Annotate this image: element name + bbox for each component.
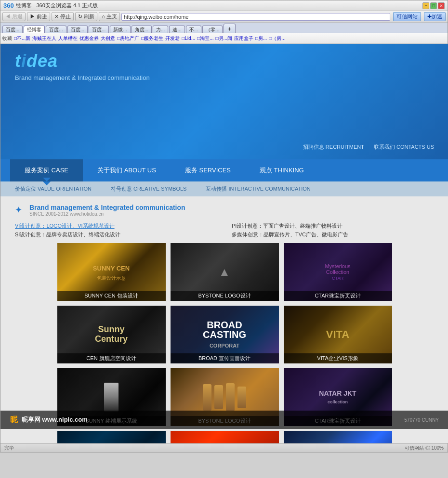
si-service-text: SI设计创意：品牌专卖店设计、终端活化设计: [15, 231, 217, 238]
maximize-button[interactable]: □: [430, 2, 437, 9]
gallery-img-9: NATAR JKTcollection: [319, 389, 356, 405]
tab-item[interactable]: 力...: [153, 26, 168, 33]
page-content: tidea Brand management & Integrated comm…: [0, 44, 448, 443]
logo-text: i: [21, 51, 26, 71]
address-text: http://qing.weibo.com/home: [124, 14, 189, 20]
status-right: 可信网站 ◎ 100%: [405, 445, 444, 452]
status-bar: 完毕 可信网站 ◎ 100%: [0, 443, 448, 452]
gallery-text-1b: 包装设计示意: [97, 275, 126, 282]
bookmark-item[interactable]: □（房...: [269, 35, 285, 42]
gallery-bottle-2: [214, 385, 223, 409]
media-service-text: 多媒体创意：品牌宣传片、TVC广告、微电影广告: [232, 231, 434, 238]
pi-service-text: PI设计创意：平面广告设计、终端推广物料设计: [232, 222, 434, 230]
bookmark-item[interactable]: □房地产广: [117, 35, 139, 42]
recruitment-link[interactable]: 招聘信息 RECRUITMENT: [303, 143, 364, 151]
stop-button[interactable]: ✕ 停止: [52, 12, 74, 21]
tab-item[interactable]: 不...: [186, 26, 201, 33]
gallery-item-2[interactable]: ▲ BYSTONE LOGO设计: [171, 243, 279, 301]
content-since: SINCE 2001-2012 www.hotidea.cn: [29, 211, 185, 217]
content-header: ✦ Brand management & Integrated communic…: [15, 204, 434, 217]
vi-service-link[interactable]: VI设计创意：LOGO设计、VI系统规范设计: [15, 222, 217, 230]
bookmark-item[interactable]: □房...: [255, 35, 267, 42]
nav-indicator: [43, 181, 51, 185]
gallery-item-5[interactable]: BROADCASTINGCORPORAT BROAD 宣传画册设计: [171, 306, 279, 363]
forward-button[interactable]: ▶ 前进: [27, 12, 50, 21]
main-navigation: 服务案例 CASE 关于我们 ABOUT US 服务 SERVICES 观点 T…: [0, 159, 448, 181]
gallery-label-3: CTAR珠宝折页设计: [284, 291, 392, 301]
bookmarks-label: 收藏: [2, 35, 12, 42]
minimize-button[interactable]: －: [422, 2, 429, 9]
nav-about[interactable]: 关于我们 ABOUT US: [83, 159, 171, 181]
sub-nav-value[interactable]: 价值定位 VALUE ORIENTATION: [15, 185, 92, 193]
gallery-item-4[interactable]: Sunny Century CEN 旗舰店空间设计: [57, 306, 166, 363]
gallery-item-1[interactable]: SUNNY CEN 包装设计示意 SUNNY CEN 包装设计: [57, 243, 166, 301]
gallery-item-6[interactable]: VITA VITA企业VIS形象: [284, 306, 392, 363]
tab-item[interactable]: 速...: [169, 26, 184, 33]
window-title: 经博客 - 360安全浏览器 4.1 正式版: [16, 2, 98, 9]
tab-active[interactable]: 经博客: [24, 26, 45, 33]
bookmark-item[interactable]: □不...新: [14, 35, 30, 42]
browser-toolbar: ◀ 后退 ▶ 前进 ✕ 停止 ↻ 刷新 ⌂ 主页 http://qing.wei…: [0, 11, 448, 23]
header-nav: 招聘信息 RECRUITMENT 联系我们 CONTACTS US: [303, 143, 434, 151]
site-header: tidea Brand management & Integrated comm…: [0, 44, 448, 159]
tab-item[interactable]: 角度...: [132, 26, 152, 33]
nav-case[interactable]: 服务案例 CASE: [10, 159, 83, 181]
watermark: 昵 昵享网 www.nipic.com 570770 CUNNY: [0, 411, 448, 429]
site-logo: tidea: [15, 51, 434, 71]
tab-item[interactable]: 新微...: [110, 26, 130, 33]
watermark-logo: 昵 昵享网 www.nipic.com: [10, 415, 88, 425]
back-button[interactable]: ◀ 后退: [2, 12, 26, 21]
bookmark-item[interactable]: □另...闻: [216, 35, 232, 42]
tab-item[interactable]: （零...: [202, 26, 223, 33]
contact-link[interactable]: 联系我们 CONTACTS US: [374, 143, 434, 151]
browser-icon: 360: [3, 2, 14, 9]
logo-text: t: [15, 51, 21, 71]
bookmark-item[interactable]: 应用盒子: [234, 35, 253, 42]
bookmark-item[interactable]: 海贼王在人: [32, 35, 56, 42]
bookmark-item[interactable]: □Lid...: [182, 36, 195, 41]
gallery-item-3[interactable]: MysteriousCollectionCTAR CTAR珠宝折页设计: [284, 243, 392, 301]
gallery-img-4: Sunny Century: [95, 325, 128, 344]
sub-nav-creative[interactable]: 符号创意 CREATIVE SYMBOLS: [111, 185, 187, 193]
sub-navigation: 价值定位 VALUE ORIENTATION 符号创意 CREATIVE SYM…: [0, 181, 448, 196]
close-button[interactable]: ✕: [438, 2, 445, 9]
gallery-img-5: BROADCASTINGCORPORAT: [203, 320, 246, 349]
bookmark-item[interactable]: 人单槽在: [58, 35, 78, 42]
gallery-img-6: VITA: [326, 328, 349, 341]
bookmark-item[interactable]: 优惠金券: [79, 35, 99, 42]
sub-nav-interactive[interactable]: 互动传播 INTERACTIVE COMMUNICATION: [206, 185, 310, 193]
refresh-button[interactable]: ↻ 刷新: [75, 12, 97, 21]
bookmark-item[interactable]: 大创意: [101, 35, 115, 42]
content-brand-tagline: Brand management & Integrated communicat…: [29, 204, 185, 211]
gallery-bottle-1: [203, 384, 211, 411]
content-logo-icon: ✦: [15, 205, 22, 215]
status-text: 完毕: [4, 445, 14, 452]
home-button[interactable]: ⌂ 主页: [99, 12, 120, 21]
browser-window: 360 经博客 - 360安全浏览器 4.1 正式版 － □ ✕ ◀ 后退 ▶ …: [0, 0, 448, 452]
gallery-item-12[interactable]: BIOTLERA CTAR珠宝折页设计: [284, 431, 392, 443]
new-tab-button[interactable]: ＋: [224, 24, 236, 33]
gallery-bottle-3: [226, 383, 235, 411]
nav-services[interactable]: 服务 SERVICES: [171, 159, 245, 181]
tab-item[interactable]: 百度...: [46, 26, 66, 33]
speed-button[interactable]: ✚加速: [424, 12, 446, 21]
trust-badge[interactable]: 可信网站: [393, 12, 421, 21]
services-grid: VI设计创意：LOGO设计、VI系统规范设计 SI设计创意：品牌专卖店设计、终端…: [15, 222, 434, 238]
watermark-id: 570770 CUNNY: [404, 417, 439, 423]
gallery-item-10[interactable]: YOHO Town www.yoho.cn SUNNY CEN 香港有货: [57, 431, 166, 443]
bookmarks-bar: 收藏 □不...新 海贼王在人 人单槽在 优惠金券 大创意 □房地产广 □服务老…: [0, 33, 448, 44]
tab-item[interactable]: 百度...: [2, 26, 23, 33]
bookmark-item[interactable]: 开发老: [165, 35, 180, 42]
bookmark-item[interactable]: □服务老生: [141, 35, 163, 42]
tab-item[interactable]: 百度...: [89, 26, 109, 33]
title-bar: 360 经博客 - 360安全浏览器 4.1 正式版 － □ ✕: [0, 0, 448, 11]
tabs-bar: 百度... 经博客 百度... 百度... 百度... 新微... 角度... …: [0, 23, 448, 33]
main-content: ✦ Brand management & Integrated communic…: [0, 196, 448, 443]
bookmark-item[interactable]: □淘宝...: [197, 35, 213, 42]
site-tagline: Brand management & Integrated communicat…: [15, 74, 434, 81]
tab-item[interactable]: 百度...: [67, 26, 88, 33]
gallery-item-11[interactable]: ✕ BYSTONE LOGO设计: [171, 431, 279, 443]
address-bar: http://qing.weibo.com/home: [121, 13, 390, 21]
gallery-label-5: BROAD 宣传画册设计: [171, 353, 279, 363]
nav-thinking[interactable]: 观点 THINKING: [245, 159, 318, 181]
